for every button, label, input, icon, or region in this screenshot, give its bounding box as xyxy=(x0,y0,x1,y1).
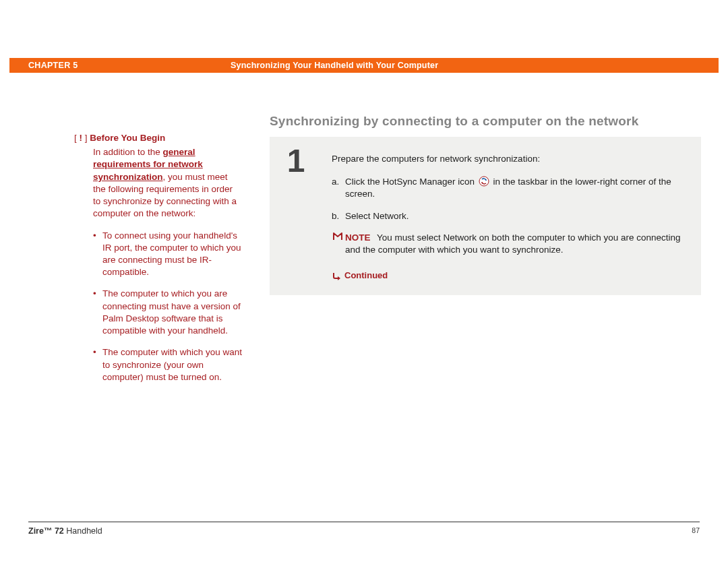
substep-b: b. Select Network. xyxy=(332,210,682,222)
note-text: You must select Network on both the comp… xyxy=(345,232,681,255)
svg-marker-3 xyxy=(338,276,340,280)
list-item: To connect using your handheld's IR port… xyxy=(93,230,243,279)
note-row: NOTE You must select Network on both the… xyxy=(332,232,682,256)
chapter-header-bar: CHAPTER 5 Synchronizing Your Handheld wi… xyxy=(9,58,719,73)
continued-row[interactable]: Continued xyxy=(332,270,682,282)
chapter-label: CHAPTER 5 xyxy=(9,61,231,70)
note-icon xyxy=(332,232,345,256)
chapter-title: Synchronizing Your Handheld with Your Co… xyxy=(231,61,438,70)
step-intro: Prepare the computers for network synchr… xyxy=(332,153,682,165)
product-name: Zire™ 72 Handheld xyxy=(28,526,102,536)
sidebar-intro: In addition to the general requirements … xyxy=(93,146,243,220)
section-title: Synchronizing by connecting to a compute… xyxy=(270,114,638,129)
sidebar-heading: [ ! ] Before You Begin xyxy=(74,132,243,144)
list-item: The computer to which you are connecting… xyxy=(93,288,243,337)
list-item: The computer with which you want to sync… xyxy=(93,346,243,383)
page-number: 87 xyxy=(692,526,700,536)
sidebar-bullets: To connect using your handheld's IR port… xyxy=(93,230,243,383)
step-box: 1 Prepare the computers for network sync… xyxy=(270,137,701,295)
continued-arrow-icon xyxy=(332,271,341,280)
before-you-begin-sidebar: [ ! ] Before You Begin In addition to th… xyxy=(74,132,243,393)
step-body: Prepare the computers for network synchr… xyxy=(322,137,701,295)
step-number: 1 xyxy=(270,137,322,295)
substep-a: a. Click the HotSync Manager icon in the… xyxy=(332,176,682,200)
hotsync-icon xyxy=(479,176,489,187)
page-footer: Zire™ 72 Handheld 87 xyxy=(28,522,700,536)
svg-point-0 xyxy=(479,177,489,186)
note-label: NOTE xyxy=(345,232,371,243)
